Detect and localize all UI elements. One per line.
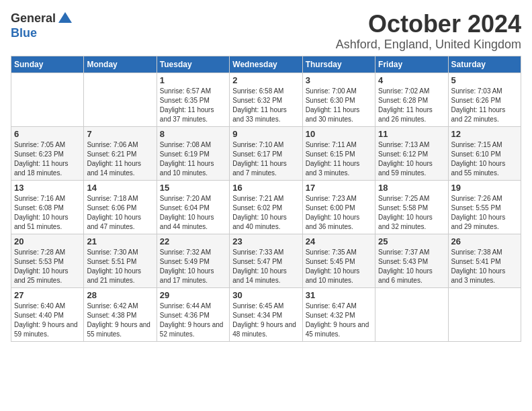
calendar-cell: 12Sunrise: 7:15 AM Sunset: 6:10 PM Dayli… xyxy=(448,126,521,180)
calendar-cell: 4Sunrise: 7:02 AM Sunset: 6:28 PM Daylig… xyxy=(375,73,448,126)
day-number: 16 xyxy=(232,183,299,193)
day-info: Sunrise: 7:21 AM Sunset: 6:02 PM Dayligh… xyxy=(232,194,299,232)
day-info: Sunrise: 7:26 AM Sunset: 5:55 PM Dayligh… xyxy=(451,194,518,232)
day-number: 22 xyxy=(160,236,226,246)
day-info: Sunrise: 7:33 AM Sunset: 5:47 PM Dayligh… xyxy=(232,248,299,285)
calendar-cell: 31Sunrise: 6:47 AM Sunset: 4:32 PM Dayli… xyxy=(302,287,375,341)
day-info: Sunrise: 7:20 AM Sunset: 6:04 PM Dayligh… xyxy=(160,194,226,232)
day-number: 6 xyxy=(14,129,81,139)
logo-blue: Blue xyxy=(11,27,73,40)
day-of-week-header: Thursday xyxy=(302,56,375,73)
calendar-cell: 6Sunrise: 7:05 AM Sunset: 6:23 PM Daylig… xyxy=(11,126,84,180)
day-number: 24 xyxy=(306,236,372,246)
calendar-cell: 30Sunrise: 6:45 AM Sunset: 4:34 PM Dayli… xyxy=(230,287,302,341)
day-of-week-header: Sunday xyxy=(11,56,84,73)
calendar-cell: 18Sunrise: 7:25 AM Sunset: 5:58 PM Dayli… xyxy=(375,180,448,234)
day-info: Sunrise: 7:05 AM Sunset: 6:23 PM Dayligh… xyxy=(14,140,81,178)
calendar-cell: 13Sunrise: 7:16 AM Sunset: 6:08 PM Dayli… xyxy=(11,180,84,234)
day-info: Sunrise: 7:23 AM Sunset: 6:00 PM Dayligh… xyxy=(306,194,372,232)
day-number: 10 xyxy=(306,129,372,139)
logo-general: General xyxy=(11,12,56,26)
calendar-week-row: 13Sunrise: 7:16 AM Sunset: 6:08 PM Dayli… xyxy=(11,180,521,234)
day-info: Sunrise: 7:10 AM Sunset: 6:17 PM Dayligh… xyxy=(232,140,299,178)
day-info: Sunrise: 7:06 AM Sunset: 6:21 PM Dayligh… xyxy=(87,140,153,178)
calendar-table: SundayMondayTuesdayWednesdayThursdayFrid… xyxy=(11,56,521,342)
day-number: 29 xyxy=(160,290,226,300)
day-number: 27 xyxy=(14,290,81,300)
calendar-cell: 21Sunrise: 7:30 AM Sunset: 5:51 PM Dayli… xyxy=(84,234,157,287)
day-number: 5 xyxy=(451,75,518,85)
calendar-week-row: 6Sunrise: 7:05 AM Sunset: 6:23 PM Daylig… xyxy=(11,126,521,180)
calendar-cell: 14Sunrise: 7:18 AM Sunset: 6:06 PM Dayli… xyxy=(84,180,157,234)
day-of-week-header: Wednesday xyxy=(230,56,302,73)
calendar-cell: 20Sunrise: 7:28 AM Sunset: 5:53 PM Dayli… xyxy=(11,234,84,287)
day-number: 8 xyxy=(160,129,226,139)
day-info: Sunrise: 7:30 AM Sunset: 5:51 PM Dayligh… xyxy=(87,248,153,285)
day-info: Sunrise: 6:42 AM Sunset: 4:38 PM Dayligh… xyxy=(87,302,153,339)
svg-marker-0 xyxy=(58,12,72,23)
day-info: Sunrise: 7:13 AM Sunset: 6:12 PM Dayligh… xyxy=(378,140,445,178)
calendar-cell: 24Sunrise: 7:35 AM Sunset: 5:45 PM Dayli… xyxy=(302,234,375,287)
calendar-cell: 22Sunrise: 7:32 AM Sunset: 5:49 PM Dayli… xyxy=(157,234,229,287)
day-info: Sunrise: 7:32 AM Sunset: 5:49 PM Dayligh… xyxy=(160,248,226,285)
day-number: 20 xyxy=(14,236,81,246)
day-number: 14 xyxy=(87,183,153,193)
calendar-cell xyxy=(84,73,157,126)
day-info: Sunrise: 6:57 AM Sunset: 6:35 PM Dayligh… xyxy=(160,87,226,124)
calendar-cell: 2Sunrise: 6:58 AM Sunset: 6:32 PM Daylig… xyxy=(230,73,302,126)
day-info: Sunrise: 6:47 AM Sunset: 4:32 PM Dayligh… xyxy=(306,302,372,339)
calendar-week-row: 27Sunrise: 6:40 AM Sunset: 4:40 PM Dayli… xyxy=(11,287,521,341)
calendar-body: 1Sunrise: 6:57 AM Sunset: 6:35 PM Daylig… xyxy=(11,73,521,341)
calendar-cell: 17Sunrise: 7:23 AM Sunset: 6:00 PM Dayli… xyxy=(302,180,375,234)
calendar-cell: 11Sunrise: 7:13 AM Sunset: 6:12 PM Dayli… xyxy=(375,126,448,180)
calendar-cell: 3Sunrise: 7:00 AM Sunset: 6:30 PM Daylig… xyxy=(302,73,375,126)
day-number: 12 xyxy=(451,129,518,139)
day-info: Sunrise: 6:40 AM Sunset: 4:40 PM Dayligh… xyxy=(14,302,81,339)
page-header: General Blue October 2024 Ashford, Engla… xyxy=(11,11,521,52)
calendar-header-row: SundayMondayTuesdayWednesdayThursdayFrid… xyxy=(11,56,521,73)
calendar-cell xyxy=(375,287,448,341)
day-number: 9 xyxy=(232,129,299,139)
calendar-week-row: 1Sunrise: 6:57 AM Sunset: 6:35 PM Daylig… xyxy=(11,73,521,126)
calendar-week-row: 20Sunrise: 7:28 AM Sunset: 5:53 PM Dayli… xyxy=(11,234,521,287)
calendar-cell: 26Sunrise: 7:38 AM Sunset: 5:41 PM Dayli… xyxy=(448,234,521,287)
calendar-cell xyxy=(11,73,84,126)
day-number: 11 xyxy=(378,129,445,139)
day-info: Sunrise: 7:00 AM Sunset: 6:30 PM Dayligh… xyxy=(306,87,372,124)
day-number: 2 xyxy=(232,75,299,85)
day-number: 25 xyxy=(378,236,445,246)
day-number: 1 xyxy=(160,75,226,85)
calendar-cell: 28Sunrise: 6:42 AM Sunset: 4:38 PM Dayli… xyxy=(84,287,157,341)
month-title: October 2024 xyxy=(336,11,521,38)
calendar-cell: 29Sunrise: 6:44 AM Sunset: 4:36 PM Dayli… xyxy=(157,287,229,341)
calendar-cell: 27Sunrise: 6:40 AM Sunset: 4:40 PM Dayli… xyxy=(11,287,84,341)
calendar-cell: 7Sunrise: 7:06 AM Sunset: 6:21 PM Daylig… xyxy=(84,126,157,180)
day-info: Sunrise: 7:11 AM Sunset: 6:15 PM Dayligh… xyxy=(306,140,372,178)
day-number: 3 xyxy=(306,75,372,85)
calendar-cell: 1Sunrise: 6:57 AM Sunset: 6:35 PM Daylig… xyxy=(157,73,229,126)
day-number: 28 xyxy=(87,290,153,300)
logo: General Blue xyxy=(11,11,73,40)
calendar-cell: 9Sunrise: 7:10 AM Sunset: 6:17 PM Daylig… xyxy=(230,126,302,180)
title-area: October 2024 Ashford, England, United Ki… xyxy=(336,11,521,52)
calendar-cell xyxy=(448,287,521,341)
day-info: Sunrise: 7:38 AM Sunset: 5:41 PM Dayligh… xyxy=(451,248,518,285)
calendar-cell: 8Sunrise: 7:08 AM Sunset: 6:19 PM Daylig… xyxy=(157,126,229,180)
day-number: 17 xyxy=(306,183,372,193)
logo-icon xyxy=(57,11,73,27)
day-info: Sunrise: 7:25 AM Sunset: 5:58 PM Dayligh… xyxy=(378,194,445,232)
day-of-week-header: Saturday xyxy=(448,56,521,73)
calendar-cell: 25Sunrise: 7:37 AM Sunset: 5:43 PM Dayli… xyxy=(375,234,448,287)
day-info: Sunrise: 7:08 AM Sunset: 6:19 PM Dayligh… xyxy=(160,140,226,178)
day-number: 15 xyxy=(160,183,226,193)
calendar-cell: 5Sunrise: 7:03 AM Sunset: 6:26 PM Daylig… xyxy=(448,73,521,126)
day-info: Sunrise: 7:03 AM Sunset: 6:26 PM Dayligh… xyxy=(451,87,518,124)
day-info: Sunrise: 7:15 AM Sunset: 6:10 PM Dayligh… xyxy=(451,140,518,178)
day-info: Sunrise: 7:28 AM Sunset: 5:53 PM Dayligh… xyxy=(14,248,81,285)
day-info: Sunrise: 7:37 AM Sunset: 5:43 PM Dayligh… xyxy=(378,248,445,285)
day-number: 7 xyxy=(87,129,153,139)
day-info: Sunrise: 6:45 AM Sunset: 4:34 PM Dayligh… xyxy=(232,302,299,339)
day-number: 23 xyxy=(232,236,299,246)
logo-text: General Blue xyxy=(11,11,73,40)
location-title: Ashford, England, United Kingdom xyxy=(336,38,521,52)
